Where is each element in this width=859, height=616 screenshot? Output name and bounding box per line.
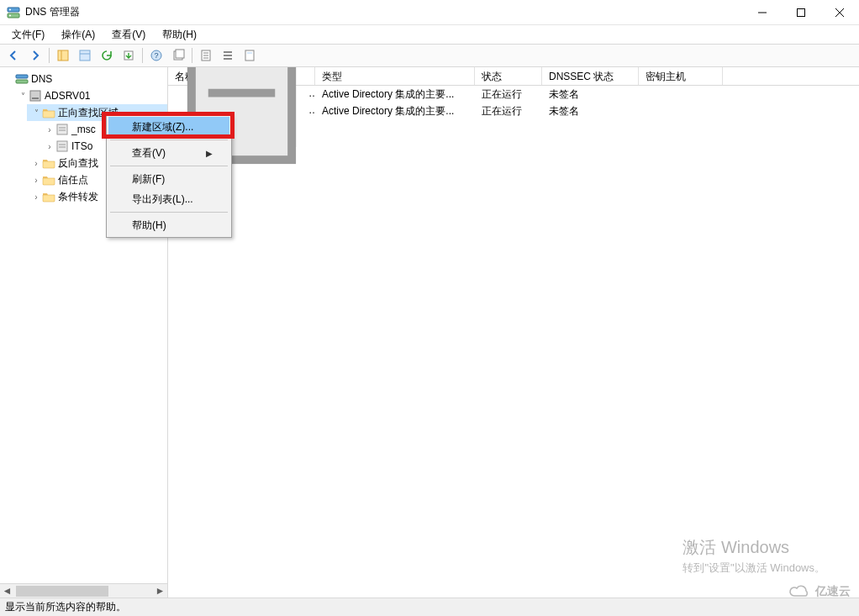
- context-help[interactable]: 帮助(H): [108, 215, 229, 235]
- tree-h-scrollbar[interactable]: ◄ ►: [0, 583, 167, 598]
- menu-action[interactable]: 操作(A): [55, 26, 102, 44]
- toolbar-separator: [49, 48, 50, 63]
- context-refresh[interactable]: 刷新(F): [108, 169, 229, 189]
- column-header-state[interactable]: 状态: [475, 67, 542, 85]
- zone-icon: [55, 123, 69, 136]
- cell-dnssec: 未签名: [542, 103, 639, 120]
- properties-button[interactable]: [240, 46, 260, 65]
- cell-keymaster: [639, 92, 723, 96]
- cell-keymaster: [639, 109, 723, 113]
- svg-rect-10: [80, 50, 90, 61]
- new-window-button[interactable]: [168, 46, 188, 65]
- cell-type: Active Directory 集成的主要...: [315, 103, 475, 120]
- cell-state: 正在运行: [475, 86, 542, 103]
- context-separator: [110, 140, 228, 140]
- svg-text:?: ?: [154, 51, 158, 60]
- folder-icon: [42, 156, 55, 170]
- maximize-button[interactable]: [782, 0, 820, 25]
- cell-state: 正在运行: [475, 103, 542, 120]
- column-header-keymaster[interactable]: 密钥主机: [639, 67, 723, 85]
- window-title: DNS 管理器: [25, 5, 80, 19]
- dns-app-icon: [7, 6, 20, 19]
- svg-rect-24: [245, 50, 254, 61]
- tree-label: 反向查找: [58, 156, 98, 171]
- details-pane-button[interactable]: [75, 46, 95, 65]
- list-pane: 名称 类型 状态 DNSSEC 状态 密钥主机 _msdcs.ITSoul.in…: [168, 67, 859, 598]
- refresh-button[interactable]: [97, 46, 117, 65]
- back-button[interactable]: [3, 46, 24, 65]
- column-header-dnssec[interactable]: DNSSEC 状态: [542, 67, 639, 85]
- tree-label: DNS: [31, 73, 52, 85]
- dns-root-icon: [15, 72, 29, 86]
- svg-rect-28: [30, 91, 40, 101]
- tree-label: 信任点: [58, 173, 88, 187]
- context-item-label: 帮助(H): [132, 218, 166, 233]
- context-menu: 新建区域(Z)... 查看(V)▶ 刷新(F) 导出列表(L)... 帮助(H): [106, 114, 232, 238]
- toolbar-separator: [142, 48, 143, 63]
- svg-rect-27: [16, 80, 28, 83]
- list-item[interactable]: .inter Active Directory 集成的主要... 正在运行 未签…: [168, 103, 859, 119]
- filter-button[interactable]: [196, 46, 216, 65]
- forward-button[interactable]: [25, 46, 45, 65]
- context-item-label: 导出列表(L)...: [132, 192, 193, 207]
- svg-rect-33: [57, 141, 67, 151]
- server-icon: [29, 89, 42, 103]
- folder-icon: [42, 106, 55, 119]
- context-separator: [110, 166, 228, 166]
- svg-rect-8: [58, 50, 68, 61]
- status-bar: 显示当前所选内容的帮助。: [0, 598, 859, 616]
- svg-rect-30: [57, 124, 67, 134]
- scroll-left-icon[interactable]: ◄: [0, 584, 14, 598]
- folder-icon: [42, 190, 55, 203]
- zone-icon: [55, 140, 69, 153]
- svg-point-3: [9, 14, 11, 16]
- svg-rect-26: [16, 75, 28, 78]
- tree-label: ADSRV01: [45, 90, 90, 102]
- tree-label: ITSo: [71, 140, 92, 152]
- menu-help[interactable]: 帮助(H): [155, 26, 203, 44]
- folder-icon: [42, 173, 55, 187]
- context-export[interactable]: 导出列表(L)...: [108, 189, 229, 209]
- toolbar-separator: [192, 48, 192, 63]
- svg-rect-29: [32, 97, 39, 99]
- menu-view[interactable]: 查看(V): [105, 26, 152, 44]
- toolbar: ?: [0, 44, 859, 67]
- cell-dnssec: 未签名: [542, 86, 639, 103]
- context-item-label: 新建区域(Z)...: [132, 120, 193, 134]
- svg-rect-25: [247, 52, 252, 54]
- tree-node-server[interactable]: ˅ ADSRV01: [13, 87, 167, 104]
- scroll-right-icon[interactable]: ►: [153, 584, 167, 598]
- context-separator: [110, 212, 228, 213]
- list-button[interactable]: [218, 46, 238, 65]
- show-hide-tree-button[interactable]: [53, 46, 73, 65]
- context-view[interactable]: 查看(V)▶: [108, 143, 229, 163]
- status-text: 显示当前所选内容的帮助。: [5, 600, 126, 614]
- tree-node-dns-root[interactable]: ▾ DNS: [0, 71, 167, 87]
- tree-label: _msc: [71, 124, 96, 135]
- title-bar: DNS 管理器: [0, 0, 859, 25]
- help-button[interactable]: ?: [146, 46, 166, 65]
- cell-type: Active Directory 集成的主要...: [315, 86, 475, 103]
- close-button[interactable]: [820, 0, 859, 25]
- list-body: _msdcs.ITSoul.inter Active Directory 集成的…: [168, 86, 859, 119]
- svg-rect-5: [798, 9, 805, 17]
- context-item-label: 查看(V): [132, 146, 166, 161]
- menu-file[interactable]: 文件(F): [5, 26, 51, 44]
- minimize-button[interactable]: [743, 0, 782, 25]
- scroll-thumb[interactable]: [16, 586, 108, 597]
- context-item-label: 刷新(F): [132, 172, 165, 187]
- menu-bar: 文件(F) 操作(A) 查看(V) 帮助(H): [0, 25, 859, 44]
- export-button[interactable]: [119, 46, 139, 65]
- chevron-right-icon: ▶: [206, 149, 213, 158]
- context-new-zone[interactable]: 新建区域(Z)...: [108, 117, 229, 137]
- svg-rect-16: [176, 50, 184, 58]
- column-header-type[interactable]: 类型: [315, 67, 475, 85]
- tree-label: 条件转发: [58, 190, 98, 204]
- svg-point-2: [9, 8, 11, 10]
